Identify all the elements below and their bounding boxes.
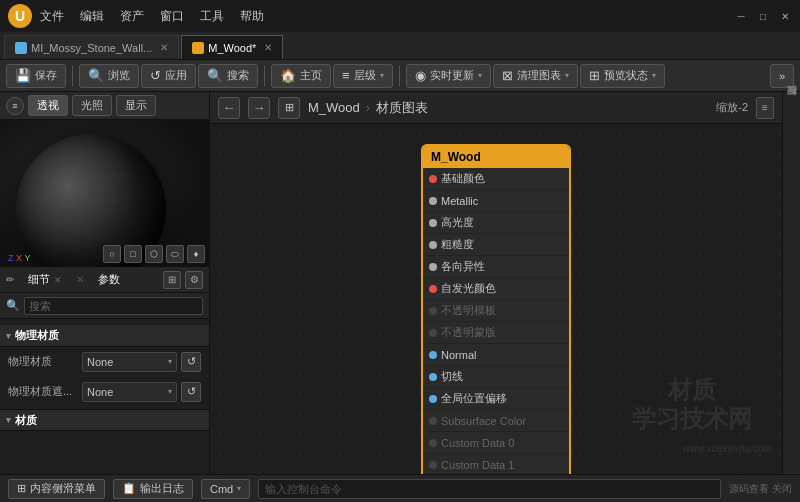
grid-icon[interactable]: ⊞ [163, 271, 181, 289]
cmd-prefix-button[interactable]: Cmd ▾ [201, 479, 250, 499]
canvas-back-button[interactable]: ← [218, 97, 240, 119]
window-controls: ─ □ ✕ [734, 9, 792, 23]
node-pin-row-9[interactable]: 切线 [423, 366, 569, 388]
detail-tab-close[interactable]: ✕ [54, 275, 62, 285]
lighting-button[interactable]: 光照 [72, 95, 112, 116]
perspective-button[interactable]: 透视 [28, 95, 68, 116]
phys-mat-overlay-text: None [87, 386, 113, 398]
detail-tab[interactable]: 细节 ✕ [22, 270, 68, 289]
node-pin-row-13[interactable]: Custom Data 1 [423, 454, 569, 474]
pin-custom0 [429, 439, 437, 447]
browse-icon: 🔍 [88, 68, 104, 83]
output-log-icon: 📋 [122, 482, 136, 495]
breadcrumb-root[interactable]: M_Wood [308, 100, 360, 115]
home-button[interactable]: 🏠 主页 [271, 64, 331, 88]
material-node: M_Wood 基础颜色 Metallic 高光度 粗糙度 [421, 144, 571, 474]
maximize-button[interactable]: □ [756, 9, 770, 23]
phys-mat-value[interactable]: None ▾ [82, 352, 177, 372]
detail-icons: ⊞ ⚙ [163, 271, 203, 289]
pin-subsurface [429, 417, 437, 425]
tab-mwood[interactable]: M_Wood* ✕ [181, 35, 283, 59]
vp-plane-icon[interactable]: □ [124, 245, 142, 263]
layers-icon: ≡ [342, 68, 350, 83]
search-button[interactable]: 🔍 搜索 [198, 64, 258, 88]
tab-mossy-close[interactable]: ✕ [160, 42, 168, 53]
content-menu-button[interactable]: ⊞ 内容侧滑菜单 [8, 479, 105, 499]
canvas-menu-button[interactable]: ≡ [756, 97, 774, 119]
apply-label: 应用 [165, 68, 187, 83]
phys-mat-overlay-dropdown[interactable]: ▾ [168, 387, 172, 396]
mat-section-title: 材质 [15, 413, 37, 428]
save-button[interactable]: 💾 保存 [6, 64, 66, 88]
output-log-button[interactable]: 📋 输出日志 [113, 479, 193, 499]
tab-mossy-label: MI_Mossy_Stone_Wall... [31, 42, 152, 54]
canvas[interactable]: M_Wood 基础颜色 Metallic 高光度 粗糙度 [210, 124, 782, 474]
node-pin-row-4[interactable]: 各向异性 [423, 256, 569, 278]
phys-mat-header[interactable]: ▾ 物理材质 [0, 325, 209, 347]
search-label: 搜索 [227, 68, 249, 83]
edit-icon: ✏ [6, 274, 14, 285]
vp-sphere-icon[interactable]: ○ [103, 245, 121, 263]
axis-y: Y [24, 253, 30, 263]
node-pin-row-11[interactable]: Subsurface Color [423, 410, 569, 432]
menu-window[interactable]: 窗口 [160, 8, 184, 25]
mat-section-header[interactable]: ▾ 材质 [0, 409, 209, 431]
vp-teapot-icon[interactable]: ♦ [187, 245, 205, 263]
layers-label: 层级 [354, 68, 376, 83]
phys-mat-overlay-reset-button[interactable]: ↺ [181, 382, 201, 402]
right-strip: 控制板 [782, 92, 800, 474]
clean-icon: ⊠ [502, 68, 513, 83]
phys-mat-reset-button[interactable]: ↺ [181, 352, 201, 372]
node-pin-row-7[interactable]: 不透明蒙版 [423, 322, 569, 344]
vp-cylinder-icon[interactable]: ⬭ [166, 245, 184, 263]
node-pin-row-8[interactable]: Normal [423, 344, 569, 366]
menu-icon[interactable]: ≡ [6, 97, 24, 115]
node-pin-row-12[interactable]: Custom Data 0 [423, 432, 569, 454]
cmd-input[interactable] [258, 479, 721, 499]
layers-button[interactable]: ≡ 层级 ▾ [333, 64, 393, 88]
clean-button[interactable]: ⊠ 清理图表 ▾ [493, 64, 578, 88]
node-pin-row-6[interactable]: 不透明模板 [423, 300, 569, 322]
minimize-button[interactable]: ─ [734, 9, 748, 23]
node-pin-row-5[interactable]: 自发光颜色 [423, 278, 569, 300]
home-label: 主页 [300, 68, 322, 83]
menu-tools[interactable]: 工具 [200, 8, 224, 25]
menu-file[interactable]: 文件 [40, 8, 64, 25]
pin-normal-label: Normal [441, 349, 476, 361]
phys-mat-dropdown[interactable]: ▾ [168, 357, 172, 366]
realtime-button[interactable]: ◉ 实时更新 ▾ [406, 64, 491, 88]
tab-mwood-close[interactable]: ✕ [264, 42, 272, 53]
node-pin-row-3[interactable]: 粗糙度 [423, 234, 569, 256]
phys-mat-overlay-value[interactable]: None ▾ [82, 382, 177, 402]
menu-asset[interactable]: 资产 [120, 8, 144, 25]
canvas-forward-button[interactable]: → [248, 97, 270, 119]
close-button[interactable]: ✕ [778, 9, 792, 23]
node-pin-row-2[interactable]: 高光度 [423, 212, 569, 234]
menu-edit[interactable]: 编辑 [80, 8, 104, 25]
pin-custom0-label: Custom Data 0 [441, 437, 514, 449]
zoom-label: 缩放-2 [716, 100, 748, 115]
vp-cube-icon[interactable]: ⬡ [145, 245, 163, 263]
node-pin-row-1[interactable]: Metallic [423, 190, 569, 212]
gear-icon[interactable]: ⚙ [185, 271, 203, 289]
breadcrumb-sep: › [366, 101, 370, 115]
center-area: ← → ⊞ M_Wood › 材质图表 缩放-2 ≡ M_Wood 基础颜色 [210, 92, 782, 474]
tab-icon-mossy [15, 42, 27, 54]
phys-mat-row: 物理材质 None ▾ ↺ [0, 347, 209, 377]
apply-button[interactable]: ↺ 应用 [141, 64, 196, 88]
breadcrumb-child[interactable]: 材质图表 [376, 99, 428, 117]
apply-icon: ↺ [150, 68, 161, 83]
tab-mi-mossy[interactable]: MI_Mossy_Stone_Wall... ✕ [4, 35, 179, 59]
params-tab[interactable]: 参数 [92, 270, 126, 289]
node-pin-row-10[interactable]: 全局位置偏移 [423, 388, 569, 410]
status-close[interactable]: 源码查看 关闭 [729, 482, 792, 496]
canvas-fit-button[interactable]: ⊞ [278, 97, 300, 119]
node-pin-row-0[interactable]: 基础颜色 [423, 168, 569, 190]
search-input[interactable] [24, 297, 203, 315]
expand-button[interactable]: » [770, 64, 794, 88]
title-bar: U 文件 编辑 资产 窗口 工具 帮助 ─ □ ✕ [0, 0, 800, 32]
preview-button[interactable]: ⊞ 预览状态 ▾ [580, 64, 665, 88]
show-button[interactable]: 显示 [116, 95, 156, 116]
menu-help[interactable]: 帮助 [240, 8, 264, 25]
browse-button[interactable]: 🔍 浏览 [79, 64, 139, 88]
